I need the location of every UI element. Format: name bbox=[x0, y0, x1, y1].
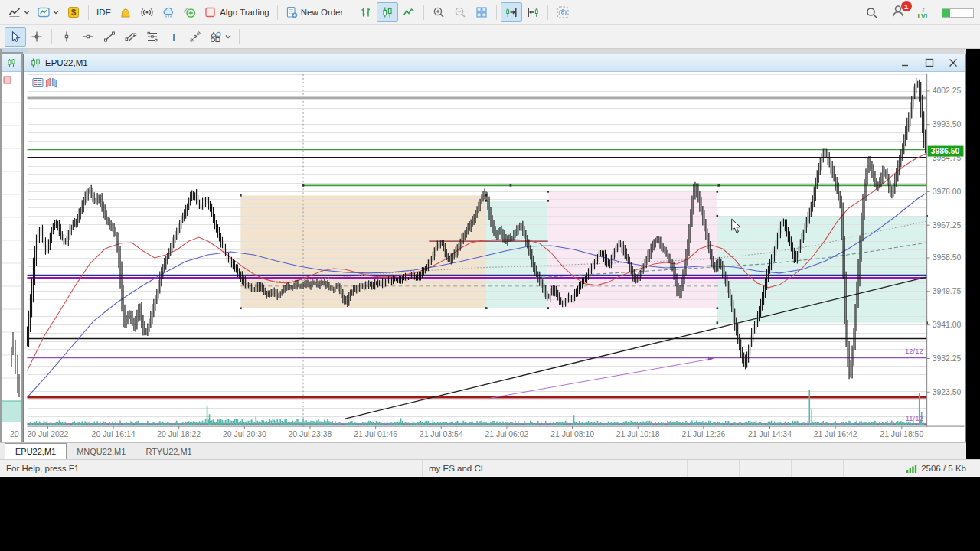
cursor-icon bbox=[9, 31, 21, 43]
ide-button-label: IDE bbox=[96, 8, 111, 17]
shift-end-button[interactable] bbox=[501, 2, 522, 22]
toolbar-right-cluster: 1 ↑LVL bbox=[865, 0, 974, 25]
shapes-tool[interactable] bbox=[206, 27, 235, 47]
tile-windows-button[interactable] bbox=[471, 2, 492, 22]
market-button[interactable] bbox=[115, 2, 136, 22]
chevron-down-icon[interactable] bbox=[53, 10, 59, 15]
grid-lines bbox=[28, 74, 927, 425]
new-order-button[interactable]: New Order bbox=[282, 2, 348, 22]
svg-text:3949.75: 3949.75 bbox=[933, 287, 962, 295]
svg-text:T: T bbox=[171, 31, 177, 43]
svg-text:12/12: 12/12 bbox=[905, 347, 923, 355]
traffic-text: 2506 / 5 Kb bbox=[921, 464, 966, 473]
dollar-icon: $ bbox=[67, 6, 80, 18]
chart-candles-icon bbox=[7, 58, 16, 67]
crosshair-tool[interactable] bbox=[26, 27, 47, 47]
main-toolbar: $IDEAlgo TradingNew Order bbox=[0, 0, 980, 25]
minimize-button[interactable] bbox=[900, 57, 911, 68]
svg-text:20: 20 bbox=[10, 429, 19, 439]
svg-text:21 Jul 12:26: 21 Jul 12:26 bbox=[681, 430, 725, 439]
zoom-out-icon bbox=[454, 6, 466, 18]
chevron-down-icon[interactable] bbox=[24, 10, 30, 15]
chart-tab-bar: EPU22,M1MNQU22,M1RTYU22,M1 bbox=[0, 442, 966, 459]
chart-type-icon bbox=[8, 6, 21, 18]
toolbar-separator bbox=[277, 5, 278, 20]
screenshot-button[interactable] bbox=[552, 2, 573, 22]
chart-canvas[interactable]: 4002.253993.503984.753976.003967.253958.… bbox=[24, 72, 965, 442]
window-controls bbox=[900, 57, 959, 68]
horizontal-line-tool[interactable] bbox=[77, 27, 99, 47]
background-chart-window[interactable]: 20 bbox=[2, 54, 21, 442]
zoom-out-button[interactable] bbox=[449, 2, 471, 22]
status-profile-name: my ES and CL bbox=[423, 460, 531, 477]
vertical-line-tool[interactable] bbox=[56, 27, 77, 47]
svg-text:11/12: 11/12 bbox=[906, 414, 923, 422]
chevron-down-icon[interactable] bbox=[225, 34, 231, 39]
tile-windows-icon bbox=[475, 6, 488, 18]
shift-end-icon bbox=[505, 6, 518, 18]
ide-button[interactable]: IDE bbox=[93, 2, 115, 22]
services-icon bbox=[184, 6, 196, 18]
line-chart-icon bbox=[403, 6, 415, 18]
new-order-icon bbox=[286, 6, 298, 18]
search-icon[interactable] bbox=[865, 6, 879, 20]
svg-text:3923.50: 3923.50 bbox=[933, 388, 962, 396]
notifications-icon[interactable]: 1 bbox=[891, 4, 906, 21]
bars-icon bbox=[360, 6, 372, 18]
channel-tool[interactable] bbox=[120, 27, 142, 47]
cloud-button[interactable] bbox=[158, 2, 179, 22]
status-empty-cell bbox=[740, 460, 792, 477]
status-empty-cell bbox=[792, 460, 844, 477]
signal-bars-icon bbox=[906, 464, 917, 473]
status-empty-cell bbox=[583, 460, 635, 477]
background-window-titlebar bbox=[2, 54, 21, 72]
workspace-area: 20 EPU22,M1 4002.253993.503984.753976.00… bbox=[0, 49, 980, 442]
svg-text:20 Jul 2022: 20 Jul 2022 bbox=[27, 430, 68, 439]
svg-text:21 Jul 16:42: 21 Jul 16:42 bbox=[814, 430, 858, 439]
chart-type-button[interactable] bbox=[5, 2, 34, 22]
screenshot-icon bbox=[557, 6, 569, 18]
trendline-tool[interactable] bbox=[99, 27, 120, 47]
toolbar-separator bbox=[547, 5, 548, 20]
services-button[interactable] bbox=[179, 2, 201, 22]
bars-button[interactable] bbox=[355, 2, 377, 22]
indicators-button[interactable] bbox=[34, 2, 63, 22]
svg-text:20 Jul 18:22: 20 Jul 18:22 bbox=[157, 430, 201, 439]
chart-tab-epu22-m1[interactable]: EPU22,M1 bbox=[5, 443, 67, 459]
auto-shift-button[interactable] bbox=[522, 2, 544, 22]
status-bar: For Help, press F1my ES and CL2506 / 5 K… bbox=[0, 459, 980, 477]
status-empty-cell bbox=[635, 460, 688, 477]
toolbar-separator bbox=[423, 5, 424, 20]
chart-candles-icon bbox=[31, 58, 41, 68]
svg-text:21 Jul 10:18: 21 Jul 10:18 bbox=[616, 430, 660, 439]
progress-fill bbox=[942, 9, 950, 17]
algo-trading-button[interactable]: Algo Trading bbox=[201, 2, 273, 22]
chart-tab-rtyu22-m1[interactable]: RTYU22,M1 bbox=[136, 443, 201, 459]
candles-button[interactable] bbox=[377, 2, 398, 22]
signals-button[interactable] bbox=[136, 2, 158, 22]
maximize-button[interactable] bbox=[924, 57, 935, 68]
algo-square-icon bbox=[204, 6, 217, 18]
fibonacci-tool[interactable] bbox=[142, 27, 163, 47]
market-bag-icon bbox=[119, 6, 132, 18]
shapes-icon bbox=[210, 31, 222, 43]
zoom-in-icon bbox=[433, 6, 445, 18]
lvl-indicator-icon[interactable]: ↑LVL bbox=[918, 7, 929, 19]
chart-tab-mnqu22-m1[interactable]: MNQU22,M1 bbox=[67, 443, 136, 459]
auto-shift-icon bbox=[527, 6, 539, 18]
line-chart-button[interactable] bbox=[398, 2, 420, 22]
zoom-in-button[interactable] bbox=[428, 2, 449, 22]
chart-window-titlebar[interactable]: EPU22,M1 bbox=[24, 54, 965, 72]
cursor-tool[interactable] bbox=[5, 27, 26, 47]
svg-text:3993.50: 3993.50 bbox=[933, 120, 962, 129]
status-help-text: For Help, press F1 bbox=[0, 460, 423, 477]
orderbook-panel-icon bbox=[33, 78, 43, 86]
toolbar-separator bbox=[351, 5, 351, 20]
channel-icon bbox=[125, 31, 137, 43]
arrows-tool[interactable] bbox=[185, 27, 206, 47]
financial-button[interactable]: $ bbox=[63, 2, 84, 22]
screen-right-letterbox bbox=[966, 49, 980, 459]
vline-icon bbox=[60, 31, 73, 43]
close-button[interactable] bbox=[948, 57, 959, 68]
text-tool[interactable]: T bbox=[163, 27, 185, 47]
